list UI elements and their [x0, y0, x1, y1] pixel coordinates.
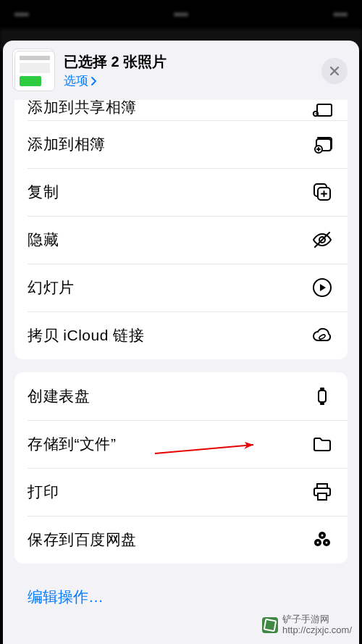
close-icon — [329, 65, 340, 77]
svg-point-22 — [317, 542, 319, 544]
svg-rect-17 — [318, 493, 327, 500]
action-add-to-shared-album[interactable]: 添加到共享相簿 — [14, 100, 348, 120]
action-add-to-album[interactable]: 添加到相簿 — [14, 120, 348, 168]
action-label: 保存到百度网盘 — [28, 530, 310, 550]
actions-scroll[interactable]: 添加到共享相簿 添加到相簿 复制 隐藏 — [3, 100, 359, 644]
svg-rect-13 — [320, 403, 324, 405]
close-button[interactable] — [321, 58, 348, 84]
sheet-header: 已选择 2 张照片 选项 — [3, 41, 359, 100]
action-group: 添加到共享相簿 添加到相簿 复制 隐藏 — [14, 100, 348, 359]
options-link[interactable]: 选项 — [64, 72, 97, 89]
action-label: 复制 — [28, 182, 310, 202]
status-bar: •••••••••••• — [0, 0, 362, 29]
shared-album-icon — [310, 100, 334, 117]
svg-point-21 — [321, 535, 324, 537]
action-label: 打印 — [28, 482, 310, 502]
copy-icon — [310, 180, 334, 204]
action-label: 存储到“文件” — [28, 434, 310, 454]
svg-rect-11 — [319, 390, 326, 402]
svg-point-2 — [315, 113, 316, 114]
action-create-watch-face[interactable]: 创建表盘 — [14, 372, 348, 420]
icloud-link-icon — [310, 323, 334, 348]
action-slideshow[interactable]: 幻灯片 — [14, 264, 348, 311]
action-label: 添加到共享相簿 — [28, 100, 310, 117]
watermark-line2: http://czjxjc.com/ — [282, 625, 352, 635]
action-print[interactable]: 打印 — [14, 468, 348, 516]
watermark: 铲子手游网 http://czjxjc.com/ — [262, 614, 352, 635]
edit-actions-label: 编辑操作… — [28, 588, 104, 605]
options-label: 选项 — [64, 72, 88, 89]
svg-point-10 — [319, 334, 326, 340]
selection-thumbnail[interactable] — [14, 51, 55, 91]
baidu-pan-icon — [310, 527, 334, 552]
svg-point-23 — [326, 542, 328, 544]
album-add-icon — [310, 132, 334, 156]
action-copy[interactable]: 复制 — [14, 168, 348, 216]
share-sheet: 已选择 2 张照片 选项 添加到共享相簿 添加到相簿 — [3, 41, 359, 644]
action-hide[interactable]: 隐藏 — [14, 216, 348, 264]
action-save-to-files[interactable]: 存储到“文件” — [14, 420, 348, 468]
action-label: 拷贝 iCloud 链接 — [28, 325, 310, 346]
svg-rect-0 — [317, 104, 332, 116]
watermark-logo-icon — [262, 617, 278, 633]
action-label: 创建表盘 — [28, 386, 310, 406]
action-group: 创建表盘 存储到“文件” 打印 — [14, 372, 348, 564]
folder-icon — [310, 432, 334, 456]
hide-icon — [310, 227, 334, 252]
watch-face-icon — [310, 384, 334, 409]
action-label: 添加到相簿 — [28, 134, 310, 154]
selection-title: 已选择 2 张照片 — [64, 53, 313, 71]
action-label: 幻灯片 — [28, 277, 310, 298]
print-icon — [310, 480, 334, 504]
slideshow-icon — [310, 275, 334, 300]
watermark-line1: 铲子手游网 — [282, 614, 352, 624]
action-save-to-baidu-pan[interactable]: 保存到百度网盘 — [14, 516, 348, 564]
action-copy-icloud-link[interactable]: 拷贝 iCloud 链接 — [14, 311, 348, 359]
svg-rect-12 — [320, 388, 324, 390]
action-label: 隐藏 — [28, 230, 310, 250]
chevron-right-icon — [91, 77, 97, 85]
